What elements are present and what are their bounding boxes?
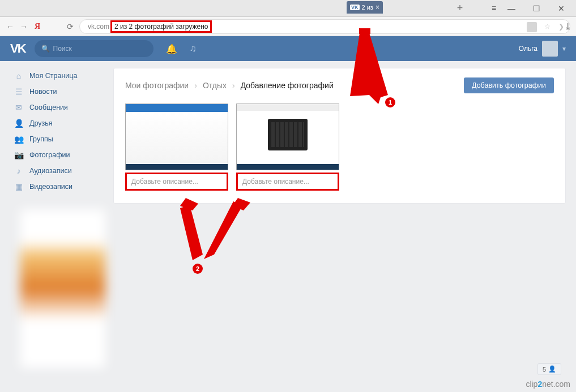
photo-preview[interactable] (125, 104, 228, 170)
sidebar: ⌂Моя Страница☰Новости✉Сообщения👤Друзья👥Г… (10, 68, 100, 195)
vk-badge-icon: VK (350, 5, 360, 10)
search-icon: 🔍 (41, 45, 50, 53)
window-titlebar: VK 2 из × + ≡ — ☐ ✕ (0, 0, 576, 17)
friends-icon: 👤 (14, 119, 24, 128)
breadcrumb-album[interactable]: Отдых (203, 81, 227, 90)
sidebar-item-label: Аудиозаписи (29, 167, 72, 175)
annotation-arrow-2 (170, 198, 272, 272)
chevron-right-icon: › (194, 81, 197, 90)
people-counter[interactable]: 5 👤 (537, 363, 561, 375)
browser-tab[interactable]: VK 2 из × (347, 1, 383, 14)
sidebar-item-label: Видеозаписи (29, 183, 72, 191)
menu-icon[interactable]: ≡ (481, 0, 506, 16)
user-menu[interactable]: Ольга ▾ (519, 41, 566, 57)
sidebar-item-label: Фотографии (29, 151, 70, 159)
notifications-icon[interactable]: 🔔 (166, 44, 177, 54)
breadcrumb-root[interactable]: Мои фотографии (125, 81, 189, 90)
svg-marker-1 (350, 33, 388, 104)
sidebar-item-label: Моя Страница (29, 72, 77, 80)
sidebar-item-video[interactable]: ▦Видеозаписи (10, 179, 100, 195)
breadcrumb-current: Добавление фотографий (241, 81, 334, 90)
chevron-down-icon: ▾ (562, 45, 566, 53)
sidebar-item-label: Друзья (29, 119, 53, 127)
reload-icon[interactable]: ⟳ (66, 22, 75, 31)
bookmark-icon[interactable]: ☆ (544, 23, 551, 31)
sidebar-item-msg[interactable]: ✉Сообщения (10, 100, 100, 115)
sidebar-item-groups[interactable]: 👥Группы (10, 131, 100, 147)
sidebar-ad (20, 209, 105, 368)
news-icon: ☰ (14, 87, 24, 96)
video-icon: ▦ (14, 182, 24, 191)
forward-icon[interactable]: → (19, 22, 28, 31)
counter-value: 5 (543, 366, 546, 373)
sidebar-item-label: Новости (29, 88, 57, 96)
annotation-arrow-1 (340, 28, 402, 107)
annotation-badge-2: 2 (193, 264, 203, 274)
sidebar-item-audio[interactable]: ♪Аудиозаписи (10, 163, 100, 179)
addr-arrow-icon: ❯ (558, 23, 564, 31)
search-placeholder: Поиск (53, 45, 72, 53)
photo-description-input[interactable]: Добавьте описание... (236, 173, 339, 191)
chevron-right-icon: › (232, 81, 235, 90)
groups-icon: 👥 (14, 135, 24, 144)
maximize-button[interactable]: ☐ (524, 1, 549, 16)
add-photos-button[interactable]: Добавить фотографии (464, 77, 554, 93)
music-icon[interactable]: ♫ (190, 44, 197, 54)
photo-thumb: Добавьте описание... (236, 104, 339, 191)
photo-thumb: Добавьте описание... (125, 104, 228, 191)
address-bar: ← → Я ⟳ vk.com 2 из 2 фотографий загруже… (0, 17, 576, 36)
window-close-button[interactable]: ✕ (549, 1, 574, 16)
sidebar-item-news[interactable]: ☰Новости (10, 84, 100, 100)
annotation-badge-1: 1 (385, 97, 395, 107)
search-input[interactable]: 🔍 Поиск (35, 40, 153, 57)
home-icon: ⌂ (14, 71, 24, 80)
lock-icon (527, 22, 537, 32)
back-icon[interactable]: ← (6, 22, 15, 31)
vk-header: VK 🔍 Поиск 🔔 ♫ Ольга ▾ (0, 36, 576, 61)
sidebar-item-photos[interactable]: 📷Фотографии (10, 147, 100, 163)
sidebar-item-home[interactable]: ⌂Моя Страница (10, 68, 100, 84)
photo-preview[interactable] (236, 104, 339, 170)
username: Ольга (519, 45, 537, 53)
person-icon: 👤 (548, 365, 556, 373)
sidebar-item-label: Группы (29, 135, 53, 143)
new-tab-button[interactable]: + (447, 0, 472, 16)
sidebar-item-friends[interactable]: 👤Друзья (10, 115, 100, 131)
avatar (542, 41, 558, 57)
svg-marker-5 (204, 201, 242, 259)
vk-logo-icon[interactable]: VK (10, 41, 25, 56)
photos-icon: 📷 (14, 150, 24, 160)
yandex-icon[interactable]: Я (33, 22, 42, 31)
photo-description-input[interactable]: Добавьте описание... (125, 173, 228, 191)
close-icon[interactable]: × (376, 3, 379, 11)
sidebar-item-label: Сообщения (29, 104, 68, 111)
tab-title: 2 из (362, 4, 373, 11)
watermark: clip2net.com (526, 380, 570, 389)
url-status-highlight: 2 из 2 фотографий загружено (110, 20, 212, 33)
url-host: vk.com (88, 23, 109, 31)
msg-icon: ✉ (14, 103, 24, 112)
svg-marker-3 (180, 205, 203, 260)
downloads-icon[interactable]: ⤓ (564, 21, 571, 32)
audio-icon: ♪ (14, 166, 24, 175)
url-field[interactable]: vk.com 2 из 2 фотографий загружено ☆ ❯ (79, 19, 570, 34)
